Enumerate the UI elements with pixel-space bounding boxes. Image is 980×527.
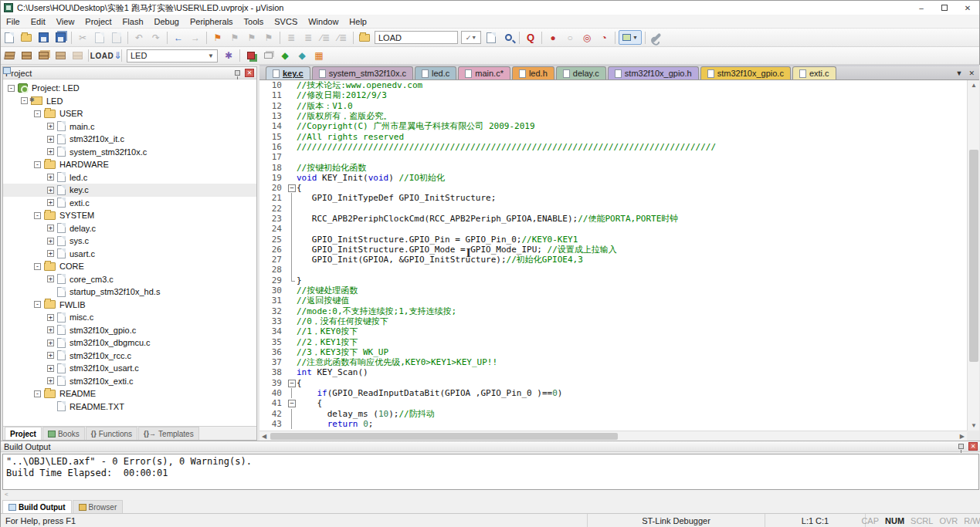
collapse-icon[interactable]: -: [21, 97, 28, 104]
new-file-button[interactable]: [2, 30, 17, 45]
close-button[interactable]: ✕: [956, 1, 979, 15]
minimize-button[interactable]: –: [910, 1, 933, 15]
environment-button[interactable]: ◆: [277, 49, 293, 63]
copy-button[interactable]: [92, 30, 107, 45]
tree-item-readme-txt[interactable]: README.TXT: [3, 400, 256, 414]
find-text-combo[interactable]: LOAD: [375, 31, 458, 44]
build-output-log[interactable]: "..\OBJ\LED.axf" - 0 Error(s), 0 Warning…: [2, 454, 979, 490]
insert-breakpoint-button[interactable]: ●: [545, 30, 561, 45]
stop-build-button[interactable]: [70, 49, 85, 63]
expand-icon[interactable]: +: [47, 365, 54, 372]
tree-item-stm32f10x-it-c[interactable]: +stm32f10x_it.c: [3, 133, 256, 146]
collapse-icon[interactable]: -: [34, 212, 41, 219]
incremental-find-button[interactable]: [500, 30, 516, 45]
menu-help[interactable]: Help: [344, 15, 372, 28]
search-options-dropdown[interactable]: ✓▼: [461, 31, 481, 44]
scroll-left-icon[interactable]: ◀: [262, 433, 266, 440]
menu-tools[interactable]: Tools: [239, 15, 270, 28]
tree-item-system[interactable]: -SYSTEM: [3, 209, 256, 222]
expand-icon[interactable]: +: [47, 275, 54, 282]
panel-tab-books[interactable]: Books: [42, 427, 85, 440]
menu-file[interactable]: File: [1, 15, 25, 28]
scroll-right-icon[interactable]: ▶: [960, 433, 965, 440]
panel-tab-functions[interactable]: {}Functions: [86, 427, 137, 440]
expand-icon[interactable]: +: [47, 314, 54, 321]
editor-tab-system-stm32f10x-c[interactable]: system_stm32f10x.c: [312, 66, 413, 79]
tree-item-usart-c[interactable]: +usart.c: [3, 248, 256, 261]
redo-button[interactable]: ↷: [148, 30, 164, 45]
navigate-back-button[interactable]: ←: [171, 30, 186, 45]
tree-item-stm32f10x-usart-c[interactable]: +stm32f10x_usart.c: [3, 362, 256, 375]
editor-tab-delay-c[interactable]: delay.c: [556, 66, 606, 79]
scroll-up-icon[interactable]: ▲: [971, 82, 977, 89]
code-editor[interactable]: 10//技术论坛:www.openedv.com11//修改日期:2012/9/…: [259, 80, 967, 431]
collapse-icon[interactable]: -: [34, 263, 41, 270]
horizontal-scroll-thumb[interactable]: [270, 433, 618, 440]
expand-icon[interactable]: +: [47, 225, 54, 231]
tree-item-core[interactable]: -CORE: [3, 260, 256, 273]
project-panel-close-icon[interactable]: ✕: [245, 69, 254, 77]
bottom-tab-build-output[interactable]: Build Output: [2, 500, 72, 513]
vertical-scroll-thumb[interactable]: [969, 150, 978, 362]
collapse-icon[interactable]: -: [34, 390, 41, 397]
window-layout-dropdown[interactable]: ▼: [619, 30, 642, 45]
tab-close-icon[interactable]: ✕: [968, 69, 975, 77]
tree-item-system-stm32f10x-c[interactable]: +system_stm32f10x.c: [3, 146, 256, 159]
expand-icon[interactable]: +: [47, 199, 54, 206]
find-in-files-button[interactable]: [483, 30, 499, 45]
fold-collapse-icon[interactable]: [287, 183, 297, 193]
menu-svcs[interactable]: SVCS: [269, 15, 303, 28]
editor-tab-key-c[interactable]: key.c: [266, 66, 310, 79]
expand-icon[interactable]: +: [47, 340, 54, 346]
fold-collapse-icon[interactable]: [287, 378, 297, 388]
tree-item-startup-stm32f10x-hd-s[interactable]: startup_stm32f10x_hd.s: [3, 285, 256, 299]
translate-button[interactable]: [2, 49, 17, 63]
tree-item-stm32f10x-rcc-c[interactable]: +stm32f10x_rcc.c: [3, 350, 256, 363]
expand-icon[interactable]: +: [47, 238, 54, 245]
menu-debug[interactable]: Debug: [149, 15, 185, 28]
target-select[interactable]: LED▼: [127, 49, 218, 62]
pin-icon[interactable]: [958, 444, 964, 449]
tree-item-delay-c[interactable]: +delay.c: [3, 222, 256, 235]
kill-all-breakpoints-button[interactable]: ◔: [596, 30, 612, 45]
horizontal-scrollbar[interactable]: ◀ ▶: [259, 431, 967, 441]
tree-item-misc-c[interactable]: +misc.c: [3, 311, 256, 324]
menu-view[interactable]: View: [51, 15, 80, 28]
panel-tab-templates[interactable]: {}→Templates: [138, 427, 199, 440]
fold-collapse-icon[interactable]: [287, 398, 297, 408]
unindent-button[interactable]: ≣: [300, 30, 316, 45]
tree-item-led-c[interactable]: +led.c: [3, 171, 256, 184]
tree-item-stm32f10x-gpio-c[interactable]: +stm32f10x_gpio.c: [3, 324, 256, 337]
tree-item-exti-c[interactable]: +exti.c: [3, 197, 256, 210]
undo-button[interactable]: ↶: [131, 30, 147, 45]
tree-item-stm32f10x-dbgmcu-c[interactable]: +stm32f10x_dbgmcu.c: [3, 336, 256, 350]
bookmark-toggle-button[interactable]: ⚑: [210, 30, 226, 45]
expand-icon[interactable]: +: [47, 123, 54, 130]
scroll-down-icon[interactable]: ▼: [971, 422, 977, 429]
editor-tab-led-c[interactable]: led.c: [415, 66, 456, 79]
tree-item-main-c[interactable]: +main.c: [3, 120, 256, 133]
expand-icon[interactable]: +: [47, 377, 54, 384]
bookmark-next-button[interactable]: ⚑: [227, 30, 242, 45]
expand-icon[interactable]: +: [47, 174, 54, 181]
build-output-close-icon[interactable]: ✕: [968, 442, 978, 451]
rebuild-button[interactable]: [36, 49, 51, 63]
disable-all-breakpoints-button[interactable]: ◎: [579, 30, 595, 45]
collapse-icon[interactable]: -: [8, 85, 15, 92]
indent-button[interactable]: ≣: [283, 30, 299, 45]
bottom-tab-browser[interactable]: Browser: [73, 500, 124, 513]
menu-flash[interactable]: Flash: [117, 15, 149, 28]
project-tree[interactable]: -Project: LED-LED-USER+main.c+stm32f10x_…: [3, 79, 256, 426]
expand-icon[interactable]: +: [47, 326, 54, 333]
menu-peripherals[interactable]: Peripherals: [185, 15, 239, 28]
expand-icon[interactable]: +: [47, 187, 54, 194]
tab-list-dropdown-icon[interactable]: ▼: [956, 69, 963, 77]
build-button[interactable]: [19, 49, 34, 63]
editor-tab-main-c-[interactable]: main.c*: [458, 66, 510, 79]
tree-item-core-cm3-c[interactable]: +core_cm3.c: [3, 273, 256, 286]
editor-tab-stm32f10x-gpio-h[interactable]: stm32f10x_gpio.h: [608, 66, 699, 79]
bookmark-prev-button[interactable]: ⚑: [244, 30, 259, 45]
editor-tab-led-h[interactable]: led.h: [512, 66, 554, 79]
file-extensions-button[interactable]: [260, 49, 276, 63]
target-options-button[interactable]: ✱: [221, 49, 236, 63]
